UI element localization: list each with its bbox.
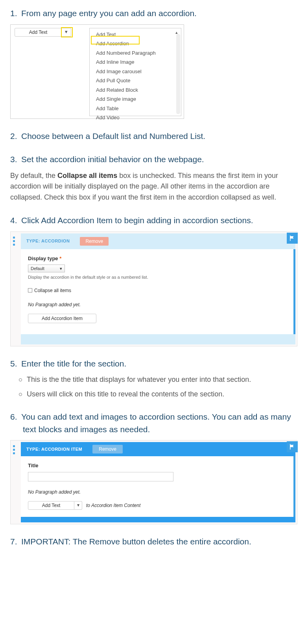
drag-handle-icon[interactable] [13,237,15,246]
panel-footer-bar [21,334,295,344]
menu-item-add-single-image[interactable]: Add Single image [90,94,181,104]
add-text-dropdown-caret[interactable]: ▾ [74,501,82,510]
add-accordion-item-button[interactable]: Add Accordion Item [28,314,96,323]
select-caret-icon: ▾ [60,265,62,272]
dropdown-scrollbar[interactable] [176,34,180,114]
step-7-heading: IMPORTANT: The Remove button deletes the… [10,535,298,548]
flag-icon[interactable] [287,233,298,244]
menu-item-add-video[interactable]: Add Video [90,113,181,122]
remove-accordion-item-button[interactable]: Remove [92,445,123,453]
panel-footer-bar [21,517,295,522]
to-accordion-item-content-label: to Accordion Item Content [86,502,140,509]
type-accordion-item-label: TYPE: ACCORDION ITEM [26,446,82,453]
display-type-label: Display type * [28,255,286,263]
add-text-dropdown-caret[interactable]: ▾ [62,28,71,37]
add-text-button[interactable]: Add Text [15,28,62,37]
remove-accordion-button[interactable]: Remove [80,237,109,246]
display-type-help-text: Display the accordion in the default sty… [28,274,286,281]
menu-item-add-accordion[interactable]: Add Accordion [90,39,181,48]
type-accordion-label: TYPE: ACCORDION [26,238,70,244]
step-3-body: By default, the Collapse all items box i… [10,170,298,204]
display-type-text: Display type [28,255,58,261]
menu-item-add-related-block[interactable]: Add Related Block [90,85,181,95]
title-input[interactable] [28,472,173,481]
menu-item-add-numbered-paragraph[interactable]: Add Numbered Paragraph [90,48,181,58]
step-3-body-pre: By default, the [10,172,57,180]
collapse-all-checkbox[interactable] [28,288,32,292]
menu-item-add-inline-image[interactable]: Add Inline Image [90,57,181,67]
display-type-selected-value: Default [31,265,44,272]
step-2-heading: Choose between a Default list and Number… [10,130,298,142]
step-6-heading: You can add text and images to accordion… [10,411,298,435]
step-1-heading: From any page entry you can add an accor… [10,7,298,20]
step-5-subitem-2: Users will click on this title to reveal… [19,389,298,400]
no-paragraph-text: No Paragraph added yet. [28,301,286,308]
step-3-heading: Set the accordion initial behavior on th… [10,153,298,166]
drag-handle-icon[interactable] [13,445,15,454]
screenshot-dropdown-panel: Add Text ▾ ▴ Add Text Add Accordion Add … [10,24,184,119]
required-asterisk-icon: * [59,255,61,261]
menu-item-add-pull-quote[interactable]: Add Pull Quote [90,76,181,85]
flag-icon[interactable] [287,441,298,452]
display-type-select[interactable]: Default ▾ [28,265,65,272]
collapse-all-label: Collapse all items [34,287,71,294]
menu-item-add-text[interactable]: Add Text [90,30,181,39]
add-menu-dropdown: ▴ Add Text Add Accordion Add Numbered Pa… [89,28,181,116]
step-5-heading: Enter the title for the section. [10,357,298,370]
step-4-heading: Click Add Accordion Item to begin adding… [10,214,298,227]
step-5-subitem-1: This is the the title that displays for … [19,374,298,385]
menu-item-add-table[interactable]: Add Table [90,104,181,113]
screenshot-accordion-item-panel: TYPE: ACCORDION ITEM Remove Title No Par… [10,440,297,524]
screenshot-accordion-type-panel: TYPE: ACCORDION Remove Display type * De… [10,231,297,346]
step-3-body-bold: Collapse all items [57,172,117,180]
menu-item-add-image-carousel[interactable]: Add Image carousel [90,67,181,76]
no-paragraph-text: No Paragraph added yet. [28,489,286,496]
title-field-label: Title [28,462,286,470]
add-text-button[interactable]: Add Text [28,501,74,510]
